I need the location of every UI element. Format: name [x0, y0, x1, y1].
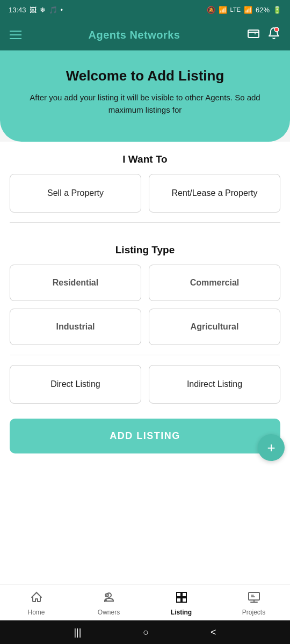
signal-icon: 📶	[244, 6, 252, 14]
listing-type-title: Listing Type	[10, 232, 280, 265]
mute-icon: 🔕	[207, 6, 215, 14]
app-title: Agents Networks	[89, 29, 180, 41]
svg-rect-7	[182, 598, 186, 602]
status-right: 🔕 📶 LTE 📶 62% 🔋	[207, 6, 281, 14]
welcome-title: Welcome to Add Listing	[16, 68, 274, 84]
bottom-nav: Home Owners Listing	[0, 584, 290, 620]
spotify-icon: 🎵	[49, 6, 57, 14]
owners-label: Owners	[98, 609, 120, 616]
home-label: Home	[27, 609, 45, 616]
add-listing-container: ADD LISTING +	[10, 419, 280, 453]
snowflake-icon: ❄	[40, 6, 46, 14]
wifi-icon: 📶	[219, 6, 227, 14]
battery-icon: 🔋	[273, 6, 281, 14]
battery-display: 62%	[256, 6, 270, 14]
svg-rect-5	[182, 592, 186, 597]
agricultural-btn[interactable]: Agricultural	[149, 309, 280, 345]
bell-icon[interactable]	[267, 27, 280, 43]
svg-rect-4	[177, 592, 181, 597]
svg-rect-6	[177, 598, 181, 602]
hamburger-menu[interactable]	[10, 31, 21, 39]
listing-icon	[175, 591, 188, 607]
want-to-options: Sell a Property Rent/Lease a Property	[10, 174, 280, 213]
add-listing-button[interactable]: ADD LISTING	[10, 419, 280, 453]
nav-listing[interactable]: Listing	[165, 591, 198, 616]
residential-btn[interactable]: Residential	[10, 265, 141, 301]
welcome-banner: Welcome to Add Listing After you add you…	[0, 50, 290, 142]
rent-property-btn[interactable]: Rent/Lease a Property	[149, 174, 280, 213]
direct-listing-btn[interactable]: Direct Listing	[10, 365, 141, 404]
indirect-listing-btn[interactable]: Indirect Listing	[149, 365, 280, 404]
industrial-btn[interactable]: Industrial	[10, 309, 141, 345]
divider-2	[10, 355, 280, 355]
nav-icons	[247, 27, 280, 43]
top-nav: Agents Networks	[0, 19, 290, 50]
android-recent-btn[interactable]: |||	[74, 627, 81, 638]
photo-icon: 🖼	[30, 6, 37, 14]
listing-mode-grid: Direct Listing Indirect Listing	[10, 365, 280, 404]
main-content: I Want To Sell a Property Rent/Lease a P…	[0, 142, 290, 584]
android-back-btn[interactable]: <	[211, 627, 216, 638]
status-left: 13:43 🖼 ❄ 🎵 •	[9, 6, 63, 14]
status-bar: 13:43 🖼 ❄ 🎵 • 🔕 📶 LTE 📶 62% 🔋	[0, 0, 290, 19]
lte-icon: LTE	[230, 6, 241, 13]
listing-label: Listing	[171, 609, 192, 616]
listing-type-grid: Residential Commercial Industrial Agricu…	[10, 265, 280, 345]
want-to-title: I Want To	[10, 142, 280, 174]
time-display: 13:43	[9, 6, 26, 14]
sell-property-btn[interactable]: Sell a Property	[10, 174, 141, 213]
owners-icon	[103, 591, 115, 607]
fab-button[interactable]: +	[258, 434, 285, 461]
svg-point-1	[274, 27, 279, 32]
projects-label: Projects	[242, 609, 265, 616]
projects-icon	[248, 591, 260, 607]
wallet-icon[interactable]	[247, 27, 260, 43]
dot-indicator: •	[61, 6, 63, 14]
nav-owners[interactable]: Owners	[93, 591, 125, 616]
svg-rect-8	[249, 592, 259, 600]
android-nav: ||| ○ <	[0, 620, 290, 644]
divider-1	[10, 222, 280, 223]
commercial-btn[interactable]: Commercial	[149, 265, 280, 301]
welcome-subtitle: After you add your listing it will be vi…	[16, 92, 274, 116]
svg-rect-0	[248, 30, 259, 38]
android-home-btn[interactable]: ○	[143, 627, 149, 638]
home-icon	[30, 591, 43, 607]
nav-home[interactable]: Home	[20, 591, 53, 616]
nav-projects[interactable]: Projects	[238, 591, 270, 616]
